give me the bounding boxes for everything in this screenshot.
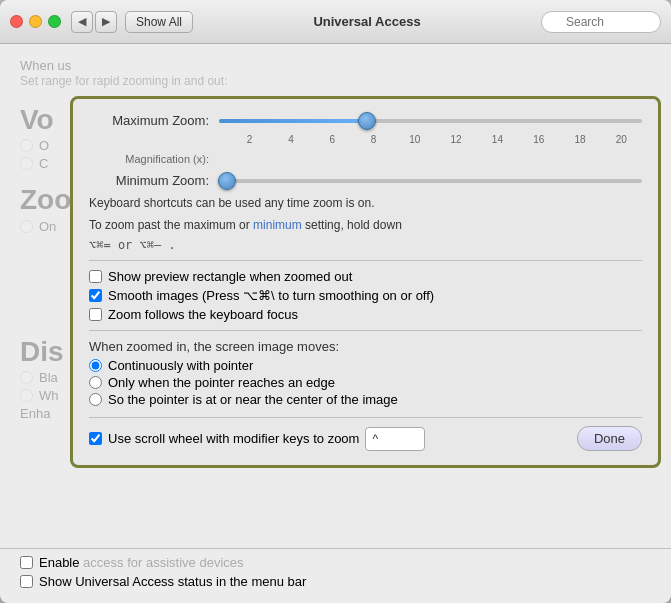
screen-moves-radio-group: Continuously with pointer Only when the … [89, 358, 642, 407]
radio-edge-input[interactable] [89, 376, 102, 389]
screen-moves-label: When zoomed in, the screen image moves: [89, 339, 642, 354]
scroll-wheel-row: Use scroll wheel with modifier keys to z… [89, 427, 425, 451]
radio-continuous: Continuously with pointer [89, 358, 642, 373]
radio-center: So the pointer is at or near the center … [89, 392, 642, 407]
forward-button[interactable]: ▶ [95, 11, 117, 33]
display-radio1-bg: Bla [20, 370, 58, 385]
show-status-checkbox-row: Show Universal Access status in the menu… [20, 574, 651, 589]
radio-center-label: So the pointer is at or near the center … [108, 392, 398, 407]
show-status-checkbox[interactable] [20, 575, 33, 588]
zoom-popup: Maximum Zoom: 2 4 6 8 10 12 14 16 [70, 96, 661, 468]
scale-label-14: 14 [477, 134, 518, 145]
preview-rect-checkbox-row: Show preview rectangle when zoomed out [89, 269, 642, 284]
voice-header: Vo [20, 104, 54, 136]
content-area: When us Set range for rapid zooming in a… [0, 44, 671, 548]
back-button[interactable]: ◀ [71, 11, 93, 33]
scale-label-10: 10 [394, 134, 435, 145]
show-all-button[interactable]: Show All [125, 11, 193, 33]
scale-label-20: 20 [601, 134, 642, 145]
magnification-row: Magnification (x): [89, 153, 642, 165]
scale-label-16: 16 [518, 134, 559, 145]
search-wrapper: 🔍 [541, 11, 661, 33]
bottom-section: Enable access for assistive devices Show… [0, 548, 671, 603]
max-zoom-label: Maximum Zoom: [89, 113, 209, 128]
nav-buttons: ◀ ▶ [71, 11, 117, 33]
enable-checkbox-row: Enable access for assistive devices [20, 555, 651, 570]
minimize-button[interactable] [29, 15, 42, 28]
scroll-wheel-label: Use scroll wheel with modifier keys to z… [108, 431, 359, 446]
radio-continuous-input[interactable] [89, 359, 102, 372]
radio-edge-label: Only when the pointer reaches an edge [108, 375, 335, 390]
preview-rect-label: Show preview rectangle when zoomed out [108, 269, 352, 284]
smooth-images-label: Smooth images (Press ⌥⌘\ to turn smoothi… [108, 288, 434, 303]
scale-label-18: 18 [559, 134, 600, 145]
keyboard-focus-checkbox-row: Zoom follows the keyboard focus [89, 307, 642, 322]
keyboard-shortcuts-text: Keyboard shortcuts can be used any time … [89, 194, 642, 212]
enable-assistive-checkbox[interactable] [20, 556, 33, 569]
scale-label-12: 12 [435, 134, 476, 145]
traffic-lights [10, 15, 61, 28]
keyboard-focus-checkbox[interactable] [89, 308, 102, 321]
maximize-button[interactable] [48, 15, 61, 28]
min-zoom-row: Minimum Zoom: [89, 173, 642, 188]
max-zoom-slider-track[interactable] [219, 119, 642, 123]
min-zoom-slider-track[interactable] [219, 179, 642, 183]
radio-continuous-label: Continuously with pointer [108, 358, 253, 373]
bottom-row: Use scroll wheel with modifier keys to z… [89, 417, 642, 451]
scale-labels: 2 4 6 8 10 12 14 16 18 20 [219, 134, 642, 145]
scale-label-8: 8 [353, 134, 394, 145]
scale-label-2: 2 [229, 134, 270, 145]
set-range-label: Set range for rapid zooming in and out: [20, 74, 651, 88]
min-zoom-thumb[interactable] [218, 172, 236, 190]
min-zoom-label: Minimum Zoom: [89, 173, 209, 188]
max-zoom-thumb[interactable] [358, 112, 376, 130]
max-zoom-row: Maximum Zoom: [89, 113, 642, 128]
radio-center-input[interactable] [89, 393, 102, 406]
scale-label-6: 6 [312, 134, 353, 145]
smooth-images-checkbox-row: Smooth images (Press ⌥⌘\ to turn smoothi… [89, 288, 642, 303]
search-input[interactable] [541, 11, 661, 33]
keyboard-focus-label: Zoom follows the keyboard focus [108, 307, 298, 322]
voice-radio1: O [20, 138, 49, 153]
show-status-label: Show Universal Access status in the menu… [39, 574, 306, 589]
window-title: Universal Access [193, 14, 541, 29]
modifier-key-input[interactable] [365, 427, 425, 451]
scale-label-4: 4 [270, 134, 311, 145]
max-zoom-fill [219, 119, 367, 123]
magnification-label: Magnification (x): [89, 153, 209, 165]
preview-rect-checkbox[interactable] [89, 270, 102, 283]
titlebar: ◀ ▶ Show All Universal Access 🔍 [0, 0, 671, 44]
close-button[interactable] [10, 15, 23, 28]
zoom-on-bg: On [20, 219, 56, 234]
display-header-bg: Dis [20, 336, 64, 368]
when-use-label: When us [20, 58, 71, 73]
zoom-past-text: To zoom past the maximum or minimum sett… [89, 216, 642, 234]
voice-radio2: C [20, 156, 48, 171]
shortcut-keys-text: ⌥⌘= or ⌥⌘– . [89, 238, 642, 252]
scroll-wheel-checkbox[interactable] [89, 432, 102, 445]
radio-edge: Only when the pointer reaches an edge [89, 375, 642, 390]
enhance-label-bg: Enha [20, 406, 50, 421]
display-radio2-bg: Wh [20, 388, 59, 403]
done-button[interactable]: Done [577, 426, 642, 451]
separator-2 [89, 330, 642, 331]
main-window: ◀ ▶ Show All Universal Access 🔍 When us … [0, 0, 671, 603]
separator-1 [89, 260, 642, 261]
minimum-link[interactable]: minimum [253, 218, 302, 232]
smooth-images-checkbox[interactable] [89, 289, 102, 302]
zoom-header-bg: Zoo [20, 184, 71, 216]
enable-assistive-label: Enable access for assistive devices [39, 555, 244, 570]
